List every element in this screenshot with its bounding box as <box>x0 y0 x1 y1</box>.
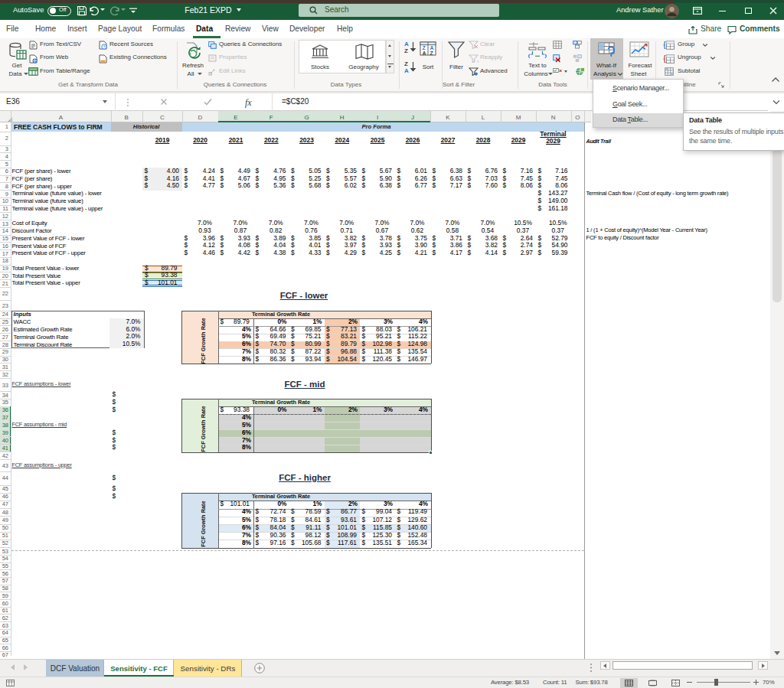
svg-text:Z: Z <box>404 47 408 54</box>
svg-text:Z: Z <box>430 51 433 56</box>
svg-text:A: A <box>430 45 433 51</box>
svg-text:A: A <box>422 51 426 56</box>
svg-text:Z: Z <box>422 45 426 51</box>
